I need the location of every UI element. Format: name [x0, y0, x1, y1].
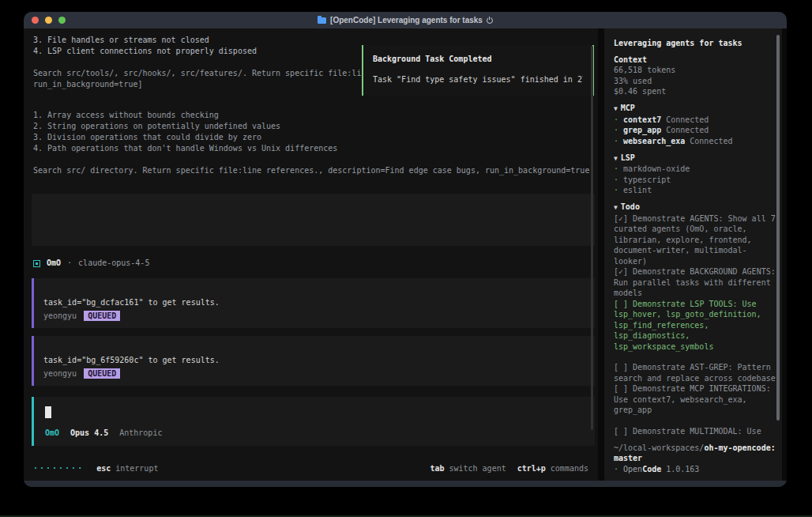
message-user: yeongyu	[43, 368, 77, 379]
app-version-number: 1.0.163	[666, 464, 699, 475]
mcp-item: · websearch_exa Connected	[614, 136, 776, 147]
todo-item-pending: [ ] Demonstrate AST-GREP: Pattern search…	[614, 362, 776, 383]
message-text: task_id="bg_6f59260c" to get results.	[43, 355, 585, 366]
folder-icon	[318, 17, 326, 24]
agent-name: OmO	[47, 258, 61, 269]
agent-model: claude-opus-4-5	[78, 258, 149, 269]
input-model-name: Opus 4.5	[70, 428, 108, 439]
mcp-item-name: grep_app	[623, 125, 661, 136]
bullet-icon: ·	[614, 185, 618, 196]
panel-divider	[598, 28, 604, 481]
minimize-button[interactable]	[45, 17, 52, 24]
tab-key-hint: tab	[430, 463, 444, 474]
lsp-item: · markdown-oxide	[614, 164, 776, 175]
mcp-item-status: Connected	[666, 115, 709, 126]
context-tokens: 66,518 tokens	[614, 65, 776, 76]
esc-key-label: interrupt	[115, 463, 158, 474]
tab-key-label: switch agent	[449, 463, 506, 474]
chevron-down-icon: ▼	[614, 105, 618, 112]
terminal-main: 3. File handles or streams not closed 4.…	[24, 28, 598, 481]
mcp-item-status: Connected	[666, 125, 709, 136]
todo-item-pending: [ ] Demonstrate MULTIMODAL: Use	[614, 426, 776, 437]
oracle-task-card: ● Oracle Task "Deep architecture review"…	[32, 194, 595, 246]
session-sidebar: Leveraging agents for tasks Context 66,5…	[604, 28, 782, 481]
session-title: Leveraging agents for tasks	[614, 38, 776, 49]
ctrlp-key-label: commands	[551, 463, 588, 474]
input-provider-name: Anthropic	[119, 428, 162, 439]
message-text: task_id="bg_dcfac161" to get results.	[43, 297, 585, 308]
queued-status-badge: QUEUED	[84, 311, 120, 321]
tool-call-footer: Search src/ directory. Return specific f…	[33, 165, 598, 176]
working-spinner-dots: ········	[33, 463, 84, 474]
lsp-item-name: eslint	[623, 185, 652, 196]
todo-item-done: [✓] Demonstrate BACKGROUND AGENTS: Run p…	[614, 266, 776, 299]
bullet-icon: ·	[614, 125, 618, 136]
window-title: [OpenCode] Leveraging agents for tasks	[318, 16, 493, 25]
bullet-icon: ·	[614, 136, 618, 147]
mcp-section-header[interactable]: ▼MCP	[614, 103, 776, 115]
context-heading: Context	[614, 55, 776, 66]
todo-checkbox: [ ]	[614, 363, 633, 372]
todo-checkbox: [✓]	[614, 214, 633, 223]
window-bottom-chrome	[24, 481, 787, 487]
opencode-window: [OpenCode] Leveraging agents for tasks 3…	[24, 12, 787, 487]
app-name-prefix: Open	[623, 464, 642, 475]
todo-checkbox: [✓]	[614, 267, 633, 276]
todo-section-header[interactable]: ▼Todo	[614, 202, 776, 213]
agent-separator: ·	[67, 258, 72, 269]
lsp-item: · typescript	[614, 175, 776, 186]
input-agent-name: OmO	[45, 428, 59, 439]
ctrlp-key-hint: ctrl+p	[517, 463, 546, 474]
workspace-path: ~/local-workspaces/oh-my-opencode:	[614, 443, 776, 454]
workspace-repo: oh-my-opencode:	[704, 443, 775, 452]
mcp-item-name: websearch_exa	[623, 136, 685, 147]
prompt-input[interactable]: OmO Opus 4.5 Anthropic	[32, 397, 595, 446]
mcp-item: · grep_app Connected	[614, 125, 776, 136]
input-model-info: OmO Opus 4.5 Anthropic	[45, 428, 162, 439]
mcp-item-status: Connected	[690, 136, 732, 147]
todo-checkbox: [ ]	[614, 384, 633, 393]
todo-item-done: [✓] Demonstrate AGENTS: Show all 7 curat…	[614, 213, 776, 267]
output-line: 3. File handles or streams not closed	[33, 35, 598, 46]
agent-session-header[interactable]: OmO · claude-opus-4-5	[33, 258, 598, 269]
lsp-item-name: typescript	[623, 175, 671, 186]
mcp-item: · context7 Connected	[614, 115, 776, 126]
main-scrollbar[interactable]	[591, 46, 593, 430]
todo-checkbox: [ ]	[614, 427, 633, 436]
tool-call-block: ⊙ call_omo_agent [subagent_type=explore,…	[33, 99, 598, 176]
background-task-message: [BACKGROUND TASK COMPLETED] Task "Resear…	[32, 278, 595, 328]
todo-checkbox: [ ]	[614, 300, 633, 308]
close-button[interactable]	[32, 17, 39, 24]
tool-call-item: 1. Array access without bounds checking	[33, 110, 598, 121]
toast-body: Task "Find type safety issues" finished …	[373, 74, 583, 85]
lsp-item: · eslint	[614, 185, 776, 196]
toast-title: Background Task Completed	[373, 54, 583, 65]
lsp-item-name: markdown-oxide	[623, 164, 690, 175]
queued-status-badge: QUEUED	[84, 368, 120, 379]
zoom-button[interactable]	[58, 17, 66, 24]
mcp-item-name: context7	[623, 115, 661, 126]
workspace-branch: master	[614, 453, 776, 464]
esc-key-hint: esc	[96, 463, 111, 474]
status-bar: ········ esc interrupt tab switch agent …	[24, 462, 598, 481]
sidebar-scrollbar[interactable]	[776, 35, 780, 421]
agent-square-icon	[33, 260, 40, 267]
bullet-icon: ·	[614, 164, 618, 175]
tool-call-item: 4. Path operations that don't handle Win…	[33, 143, 598, 154]
bullet-icon: ·	[614, 115, 618, 126]
todo-item-active: [ ] Demonstrate LSP TOOLS: Use lsp_hover…	[614, 299, 776, 353]
window-title-text: [OpenCode] Leveraging agents for tasks	[330, 16, 483, 25]
window-right-edge	[782, 28, 787, 481]
traffic-lights	[32, 17, 66, 24]
bullet-icon: ·	[614, 175, 618, 186]
bullet-icon: ·	[614, 464, 618, 475]
lsp-section-header[interactable]: ▼LSP	[614, 153, 776, 164]
background-task-toast[interactable]: Background Task Completed Task "Find typ…	[362, 45, 594, 96]
chevron-down-icon: ▼	[614, 155, 618, 162]
app-name-bold: Code	[642, 464, 661, 475]
power-icon	[487, 17, 493, 24]
context-spent: $0.46 spent	[614, 86, 776, 97]
background-task-message: [BACKGROUND TASK COMPLETED] Task "Find t…	[32, 336, 595, 386]
window-titlebar[interactable]: [OpenCode] Leveraging agents for tasks	[24, 12, 787, 28]
chevron-down-icon: ▼	[614, 204, 618, 211]
